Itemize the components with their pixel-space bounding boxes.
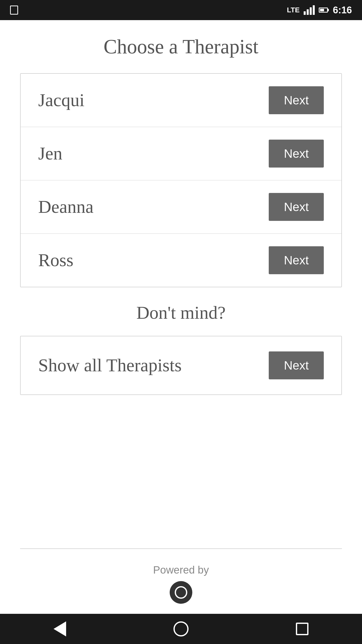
next-button-jacqui[interactable]: Next xyxy=(269,86,324,114)
battery-icon xyxy=(319,8,329,13)
therapist-row: Jacqui Next xyxy=(21,74,341,127)
signal-bars-icon xyxy=(304,5,315,15)
status-bar-left xyxy=(10,6,18,15)
page-title: Choose a Therapist xyxy=(104,35,258,58)
next-button-jen[interactable]: Next xyxy=(269,140,324,168)
therapist-row: Deanna Next xyxy=(21,180,341,234)
powered-by-logo xyxy=(170,581,192,604)
show-all-text: Show all Therapists xyxy=(38,355,182,376)
status-bar-right: LTE 6:16 xyxy=(287,5,352,16)
divider xyxy=(20,548,342,549)
nav-home-button[interactable] xyxy=(173,621,189,636)
nav-recents-button[interactable] xyxy=(296,623,308,635)
status-bar: LTE 6:16 xyxy=(0,0,362,20)
nav-back-button[interactable] xyxy=(54,621,66,636)
therapist-name-ross: Ross xyxy=(38,250,73,271)
back-icon xyxy=(54,621,66,636)
nav-bar xyxy=(0,614,362,644)
main-content: Choose a Therapist Jacqui Next Jen Next … xyxy=(0,20,362,614)
show-all-row: Show all Therapists Next xyxy=(21,336,341,394)
therapist-list: Jacqui Next Jen Next Deanna Next Ross Ne… xyxy=(20,73,342,287)
recents-icon xyxy=(296,623,308,635)
powered-by-label: Powered by xyxy=(153,564,209,576)
home-icon xyxy=(173,621,189,636)
next-button-deanna[interactable]: Next xyxy=(269,193,324,221)
next-button-ross[interactable]: Next xyxy=(269,246,324,274)
lte-label: LTE xyxy=(287,6,300,14)
dont-mind-title: Don't mind? xyxy=(137,302,226,323)
sd-card-icon xyxy=(10,6,18,15)
therapist-row: Ross Next xyxy=(21,234,341,287)
next-button-show-all[interactable]: Next xyxy=(269,351,324,379)
powered-by-section: Powered by xyxy=(153,564,209,604)
therapist-row: Jen Next xyxy=(21,127,341,180)
therapist-name-jen: Jen xyxy=(38,143,62,164)
therapist-name-jacqui: Jacqui xyxy=(38,90,84,111)
powered-by-logo-inner xyxy=(175,586,187,599)
therapist-name-deanna: Deanna xyxy=(38,196,94,217)
show-all-container: Show all Therapists Next xyxy=(20,336,342,395)
status-time: 6:16 xyxy=(333,5,352,16)
